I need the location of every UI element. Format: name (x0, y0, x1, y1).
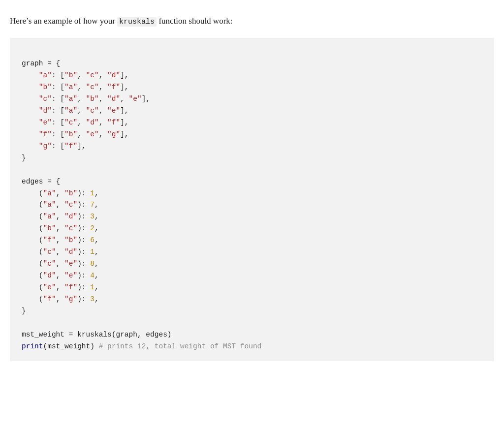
intro-text-after: function should work: (157, 16, 232, 26)
intro-code-word: kruskals (117, 17, 157, 27)
intro-paragraph: Here’s an example of how your kruskals f… (10, 15, 494, 28)
intro-text-before: Here’s an example of how your (10, 16, 117, 26)
code-block: graph = { "a": ["b", "c", "d"], "b": ["a… (10, 38, 494, 362)
